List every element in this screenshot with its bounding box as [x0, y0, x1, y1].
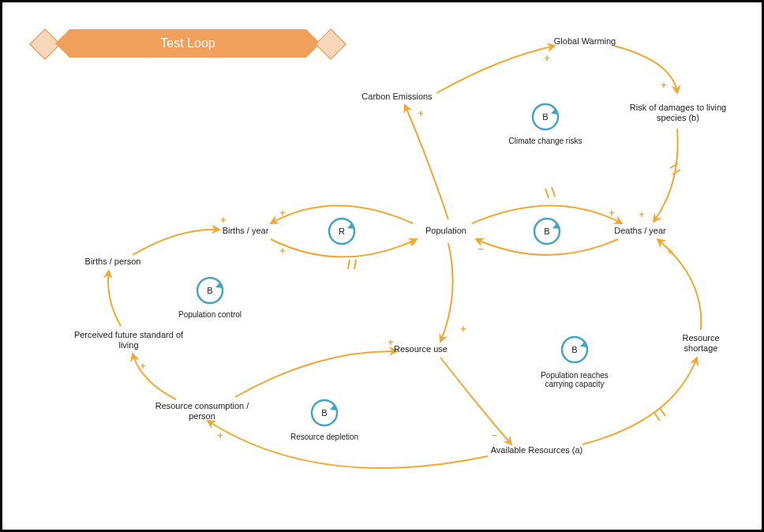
link-rescons-resuse: [235, 351, 397, 397]
pol-5: +: [418, 107, 424, 119]
node-available-res: Available Resources (a): [491, 445, 583, 455]
node-births-year: Births / year: [223, 226, 269, 236]
delay-deaths-pop: [545, 187, 555, 198]
node-deaths-year: Deaths / year: [614, 226, 665, 236]
loop-depletion: B: [312, 400, 337, 425]
pol-15: +: [220, 214, 227, 226]
svg-text:B: B: [571, 345, 577, 354]
link-pop-resuse: [440, 243, 453, 342]
svg-text:R: R: [339, 227, 345, 236]
delay-avail-short: [654, 408, 665, 421]
pol-4: −: [478, 243, 484, 255]
pol-7: +: [661, 79, 667, 91]
node-carbon: Carbon Emissions: [361, 92, 432, 102]
label-depletion: Resource depletion: [290, 433, 358, 441]
link-pop-deaths: [472, 206, 622, 224]
node-global-warm: Global Warming: [554, 36, 616, 47]
pol-14: +: [140, 360, 146, 372]
pol-6: +: [544, 52, 550, 64]
label-climate: Climate change risks: [509, 137, 582, 145]
svg-text:B: B: [542, 112, 548, 122]
link-gw-risk: [614, 46, 677, 93]
pol-16: +: [388, 336, 394, 348]
pol-8: +: [639, 208, 645, 220]
pol-1: +: [279, 207, 286, 219]
link-births-pop: [271, 239, 417, 257]
pol-13: +: [217, 429, 223, 441]
link-avail-rescons: [208, 421, 488, 468]
link-deaths-pop: [476, 239, 618, 255]
pol-9: +: [460, 323, 466, 335]
loop-births-R: R: [329, 219, 354, 244]
pol-2: +: [408, 237, 414, 249]
node-risk-damage: Risk of damages to living species (b): [615, 103, 741, 123]
node-perceived-std: Perceived future standard of living: [58, 330, 200, 350]
loop-carrying: B: [562, 337, 587, 362]
svg-text:B: B: [207, 286, 212, 295]
node-births-person: Births / person: [85, 257, 141, 267]
node-resource-cons: Resource consumption / person: [143, 401, 261, 421]
loop-deaths-B: B: [534, 219, 560, 244]
svg-text:B: B: [544, 227, 549, 236]
pol-17: +: [279, 245, 286, 257]
link-pop-carbon: [405, 105, 448, 219]
link-carbon-gw: [436, 46, 555, 93]
loop-climate: B: [533, 104, 558, 129]
loop-popcontrol: B: [197, 278, 223, 303]
link-std-bperson: [108, 271, 121, 326]
pol-10: −: [491, 429, 497, 441]
node-resource-use: Resource use: [394, 344, 448, 354]
link-pop-births: [271, 206, 413, 224]
link-bperson-byear: [133, 230, 219, 255]
node-resource-short: Resource shortage: [671, 333, 732, 354]
label-carrying: Population reaches carrying capacity: [541, 371, 609, 388]
pol-12: +: [667, 245, 673, 257]
label-popcontrol: Population control: [178, 310, 242, 319]
link-short-deaths: [657, 239, 701, 330]
link-resuse-avail: [440, 358, 511, 444]
link-risk-deaths: [654, 129, 678, 222]
delay-births-pop: [348, 260, 356, 269]
svg-text:B: B: [321, 408, 327, 418]
pol-3: +: [609, 207, 615, 219]
node-population: Population: [425, 226, 466, 236]
